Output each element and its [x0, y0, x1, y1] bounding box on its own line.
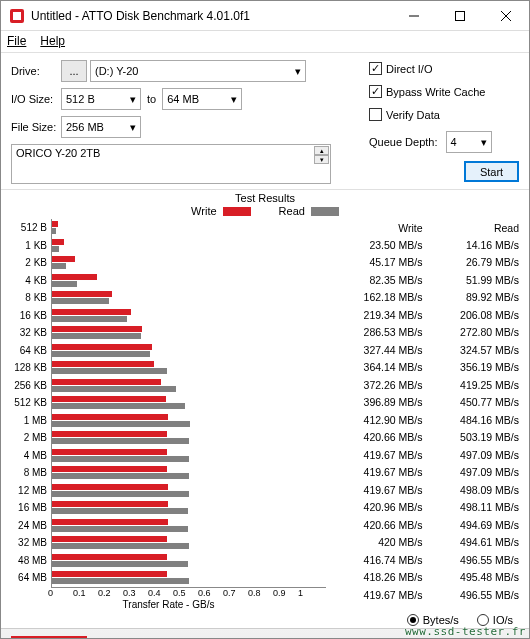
queue-depth-combo[interactable]: 4▾	[446, 131, 492, 153]
cell-read: 272.80 MB/s	[423, 326, 520, 338]
drive-label: Drive:	[11, 65, 61, 77]
cell-write: 364.14 MB/s	[326, 361, 423, 373]
svg-rect-3	[456, 11, 465, 20]
watermark: www.ssd-tester.fr	[405, 625, 526, 638]
table-row: 420.96 MB/s498.11 MB/s	[326, 499, 519, 517]
cell-read: 497.09 MB/s	[423, 449, 520, 461]
table-row: 418.26 MB/s495.48 MB/s	[326, 569, 519, 587]
cell-write: 396.89 MB/s	[326, 396, 423, 408]
x-tick-label: 0.6	[198, 588, 223, 598]
cell-read: 503.19 MB/s	[423, 431, 520, 443]
bar-write	[52, 291, 112, 297]
cell-write: 82.35 MB/s	[326, 274, 423, 286]
y-tick-label: 128 KB	[11, 362, 51, 373]
table-row: 23.50 MB/s14.16 MB/s	[326, 236, 519, 254]
drive-browse-button[interactable]: ...	[61, 60, 87, 82]
cell-read: 484.16 MB/s	[423, 414, 520, 426]
x-tick-label: 0.1	[73, 588, 98, 598]
cell-write: 420.66 MB/s	[326, 431, 423, 443]
bar-read	[52, 578, 189, 584]
y-tick-label: 16 KB	[11, 310, 51, 321]
description-input[interactable]: ORICO Y-20 2TB ▴▾	[11, 144, 331, 184]
iosize-to-combo[interactable]: 64 MB▾	[162, 88, 242, 110]
cell-read: 324.57 MB/s	[423, 344, 520, 356]
table-row: 416.74 MB/s496.55 MB/s	[326, 551, 519, 569]
table-row: 45.17 MB/s26.79 MB/s	[326, 254, 519, 272]
chart-row: 2 KB	[11, 254, 326, 272]
chart-row: 512 KB	[11, 394, 326, 412]
verify-data-checkbox[interactable]: Verify Data	[369, 108, 519, 121]
cell-write: 162.18 MB/s	[326, 291, 423, 303]
cell-read: 14.16 MB/s	[423, 239, 520, 251]
bar-write	[52, 501, 168, 507]
bar-read	[52, 456, 189, 462]
radio-bytes[interactable]: Bytes/s	[407, 614, 459, 626]
cell-read: 495.48 MB/s	[423, 571, 520, 583]
minimize-button[interactable]	[391, 1, 437, 31]
x-tick-label: 0.3	[123, 588, 148, 598]
menu-help[interactable]: Help	[40, 34, 65, 48]
chart-row: 64 MB	[11, 569, 326, 587]
start-button[interactable]: Start	[464, 161, 519, 182]
chevron-down-icon: ▾	[314, 155, 329, 164]
cell-write: 327.44 MB/s	[326, 344, 423, 356]
table-row: 412.90 MB/s484.16 MB/s	[326, 411, 519, 429]
bar-write	[52, 414, 168, 420]
bar-read	[52, 438, 189, 444]
y-tick-label: 512 KB	[11, 397, 51, 408]
cell-write: 45.17 MB/s	[326, 256, 423, 268]
cell-write: 419.67 MB/s	[326, 466, 423, 478]
y-tick-label: 16 MB	[11, 502, 51, 513]
chart-row: 4 MB	[11, 447, 326, 465]
table-row: 364.14 MB/s356.19 MB/s	[326, 359, 519, 377]
bar-read	[52, 526, 188, 532]
titlebar: Untitled - ATTO Disk Benchmark 4.01.0f1	[1, 1, 529, 31]
col-write: Write	[326, 222, 423, 234]
bar-read	[52, 246, 59, 252]
cell-read: 496.55 MB/s	[423, 589, 520, 601]
bar-write	[52, 449, 167, 455]
bar-write	[52, 536, 167, 542]
chevron-down-icon: ▾	[481, 136, 487, 149]
bar-read	[52, 351, 150, 357]
chart-row: 16 MB	[11, 499, 326, 517]
cell-write: 419.67 MB/s	[326, 449, 423, 461]
cell-read: 497.09 MB/s	[423, 466, 520, 478]
filesize-combo[interactable]: 256 MB▾	[61, 116, 141, 138]
chart-row: 8 MB	[11, 464, 326, 482]
chart-row: 4 KB	[11, 272, 326, 290]
table-row: 419.67 MB/s498.09 MB/s	[326, 481, 519, 499]
chevron-down-icon: ▾	[295, 65, 301, 78]
cell-write: 219.34 MB/s	[326, 309, 423, 321]
cell-read: 206.08 MB/s	[423, 309, 520, 321]
chart-row: 24 MB	[11, 517, 326, 535]
bar-read	[52, 386, 176, 392]
close-button[interactable]	[483, 1, 529, 31]
bypass-cache-checkbox[interactable]: Bypass Write Cache	[369, 85, 519, 98]
cell-read: 26.79 MB/s	[423, 256, 520, 268]
checkbox-icon	[369, 62, 382, 75]
cell-write: 420.96 MB/s	[326, 501, 423, 513]
chevron-up-icon: ▴	[314, 146, 329, 155]
bar-read	[52, 333, 141, 339]
direct-io-checkbox[interactable]: Direct I/O	[369, 62, 519, 75]
cell-read: 450.77 MB/s	[423, 396, 520, 408]
bar-write	[52, 484, 168, 490]
radio-ios[interactable]: IO/s	[477, 614, 513, 626]
description-spinner[interactable]: ▴▾	[314, 146, 329, 164]
bar-write	[52, 466, 167, 472]
bar-read	[52, 543, 189, 549]
cell-write: 420.66 MB/s	[326, 519, 423, 531]
radio-icon	[477, 614, 489, 626]
y-tick-label: 32 MB	[11, 537, 51, 548]
y-tick-label: 4 KB	[11, 275, 51, 286]
menu-file[interactable]: File	[7, 34, 26, 48]
drive-combo[interactable]: (D:) Y-20 ▾	[90, 60, 306, 82]
maximize-button[interactable]	[437, 1, 483, 31]
x-tick-label: 0.9	[273, 588, 298, 598]
iosize-from-combo[interactable]: 512 B▾	[61, 88, 141, 110]
x-tick-label: 0.4	[148, 588, 173, 598]
bar-write	[52, 379, 161, 385]
legend-write: Write	[191, 205, 250, 217]
cell-write: 286.53 MB/s	[326, 326, 423, 338]
